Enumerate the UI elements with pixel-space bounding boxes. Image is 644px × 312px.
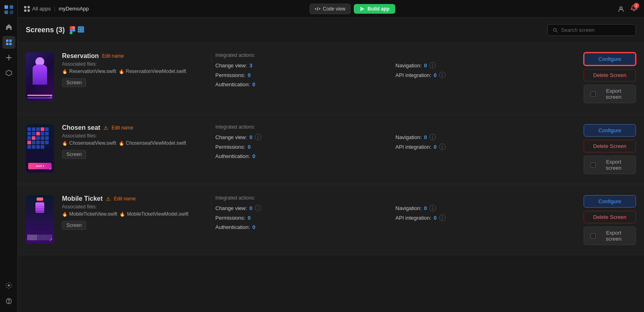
change-view-count: 0 [250, 205, 252, 211]
sidebar-item-add[interactable] [2, 51, 15, 64]
sidebar-item-screens[interactable] [2, 36, 15, 49]
search-input[interactable] [561, 27, 631, 33]
info-icon[interactable]: i [439, 144, 446, 150]
actions-grid: Change view: 0 i Navigation: 0 i Permiss… [215, 134, 568, 159]
associated-files-label: Associated files: [62, 204, 199, 210]
info-icon[interactable]: i [439, 72, 446, 78]
navigation-count: 0 [424, 62, 427, 69]
permissions-count: 0 [248, 144, 250, 150]
expand-icon[interactable]: ⤢ [49, 166, 52, 171]
action-navigation: Navigation: 0 i [396, 205, 568, 211]
screen-actions: Configure Delete Screen Export screen [576, 124, 636, 174]
permissions-label: Permissions: [215, 144, 245, 150]
permissions-count: 0 [248, 215, 250, 221]
sidebar-item-help[interactable] [2, 295, 15, 308]
sidebar-item-home[interactable] [2, 21, 15, 33]
info-icon[interactable]: i [255, 134, 261, 140]
expand-icon[interactable]: ⤢ [49, 237, 52, 242]
svg-rect-0 [4, 5, 8, 9]
authentication-label: Authentication: [215, 153, 250, 159]
action-change-view: Change view: 3 [215, 62, 388, 69]
configure-button[interactable]: Configure [584, 52, 636, 66]
export-screen-button[interactable]: Export screen [584, 85, 636, 103]
change-view-label: Change view: [215, 134, 247, 140]
api-integration-label: API integration: [396, 72, 431, 78]
warning-icon: ⚠ [103, 125, 108, 131]
configure-button[interactable]: Configure [584, 124, 636, 137]
topnav-center: Code view Build app [89, 4, 616, 14]
svg-rect-7 [9, 43, 12, 45]
export-screen-button[interactable]: Export screen [584, 156, 636, 174]
build-app-button[interactable]: Build app [354, 4, 395, 14]
screen-info: Mobile Ticket ⚠ Edit name Associated fil… [62, 195, 199, 230]
screen-name-row: Reservation Edit name [62, 52, 199, 60]
screens-header-icons [69, 26, 84, 34]
sidebar-item-settings[interactable] [2, 279, 15, 292]
actions-grid: Change view: 0 i Navigation: 0 i Permiss… [215, 205, 568, 230]
svg-rect-3 [10, 10, 13, 14]
user-settings-button[interactable] [616, 4, 626, 14]
api-integration-label: API integration: [396, 144, 431, 150]
screen-cards-container: ⤢ Reservation Edit name Associated files… [18, 42, 644, 255]
svg-rect-14 [28, 9, 30, 12]
screen-info: Chosen seat ⚠ Edit name Associated files… [62, 124, 199, 159]
delete-screen-button[interactable]: Delete Screen [584, 211, 636, 223]
file-link[interactable]: 🔥 ReservationViewModel.swift [119, 69, 186, 74]
file-link[interactable]: 🔥 ReservationView.swift [62, 69, 116, 74]
file-link[interactable]: 🔥 MobileTicketViewModel.swift [120, 211, 188, 217]
svg-point-16 [620, 7, 622, 9]
export-checkbox[interactable] [590, 162, 596, 168]
sidebar [0, 0, 18, 312]
action-api-integration: API integration: 0 i [396, 72, 568, 78]
search-box[interactable] [547, 24, 636, 36]
all-apps-label: All apps [32, 6, 51, 12]
action-api-integration: API integration: 0 i [396, 214, 568, 221]
topnav: All apps | myDemoApp Code view Build app… [18, 0, 644, 18]
swift-icon: 🔥 [119, 141, 124, 146]
all-apps-link[interactable]: All apps [24, 6, 51, 12]
associated-files-label: Associated files: [62, 61, 199, 67]
export-checkbox[interactable] [590, 92, 596, 97]
info-icon[interactable]: i [429, 134, 436, 140]
info-icon[interactable]: i [429, 205, 436, 211]
delete-screen-button[interactable]: Delete Screen [584, 69, 636, 81]
file-link[interactable]: 🔥 MobileTicketView.swift [62, 211, 117, 217]
swift-icon: 🔥 [119, 69, 124, 74]
expand-icon[interactable]: ⤢ [49, 95, 52, 99]
actions-grid: Change view: 3 Navigation: 0 i Permissio… [215, 62, 568, 87]
app-name: myDemoApp [59, 6, 89, 12]
file-name: MobileTicketView.swift [69, 211, 117, 217]
svg-rect-6 [6, 43, 8, 45]
swift-icon: 🔥 [62, 141, 68, 146]
edit-name-link[interactable]: Edit name [114, 196, 136, 202]
svg-point-8 [8, 285, 10, 287]
notification-button[interactable]: 2 [630, 4, 638, 13]
warning-icon: ⚠ [106, 196, 111, 202]
swift-icon: 🔥 [120, 212, 125, 217]
navigation-label: Navigation: [396, 205, 422, 211]
file-link[interactable]: 🔥 ChosenseatView.swift [62, 140, 116, 146]
screen-card-chosen-seat: SEAT 4 ⤢ Chosen seat ⚠ Edit name Associa… [18, 114, 644, 184]
integrated-actions-label: Integrated actions: [215, 124, 568, 130]
file-link[interactable]: 🔥 ChosenseatViewModel.swift [119, 140, 186, 146]
delete-screen-button[interactable]: Delete Screen [584, 140, 636, 152]
info-icon[interactable]: i [255, 205, 261, 211]
action-api-integration: API integration: 0 i [396, 144, 568, 150]
screens-title: Screens (3) [26, 26, 65, 34]
edit-name-link[interactable]: Edit name [102, 53, 124, 59]
export-label: Export screen [598, 88, 629, 100]
info-icon[interactable]: i [429, 62, 436, 69]
file-links: 🔥 MobileTicketView.swift 🔥 MobileTicketV… [62, 211, 199, 217]
edit-name-link[interactable]: Edit name [111, 125, 133, 131]
info-icon[interactable]: i [439, 214, 446, 221]
sidebar-item-components[interactable] [2, 67, 15, 79]
navigation-label: Navigation: [396, 62, 422, 69]
export-screen-button[interactable]: Export screen [584, 227, 636, 245]
sidebar-logo [2, 3, 15, 16]
screen-badge: Screen [62, 221, 86, 230]
code-view-button[interactable]: Code view [310, 4, 351, 14]
configure-button[interactable]: Configure [584, 195, 636, 208]
action-permissions: Permissions: 0 [215, 144, 388, 150]
screen-badge: Screen [62, 150, 86, 159]
export-checkbox[interactable] [590, 233, 596, 239]
